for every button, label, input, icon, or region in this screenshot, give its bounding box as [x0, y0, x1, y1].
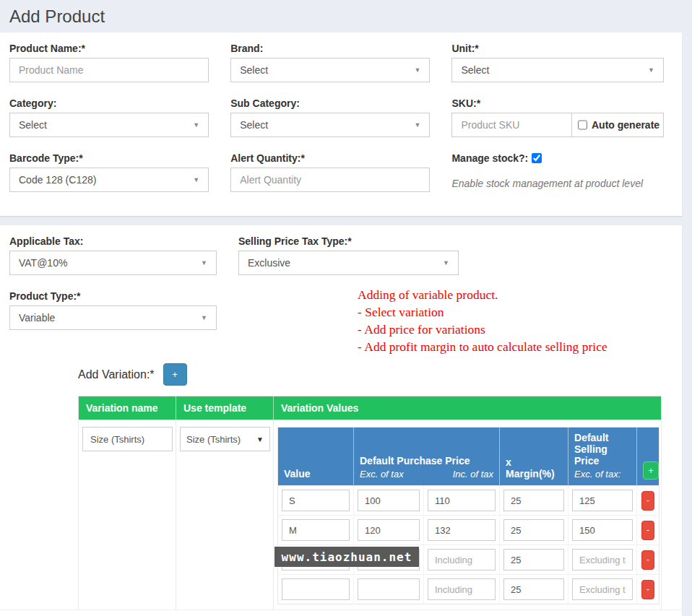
- selling-exc-input[interactable]: [572, 519, 633, 541]
- variation-name-header: Variation name: [79, 396, 176, 420]
- remove-row-button[interactable]: -: [641, 491, 654, 511]
- product-name-label: Product Name:*: [9, 43, 85, 54]
- category-select-value: Select: [19, 119, 47, 131]
- watermark: www.tiaozhuan.net: [274, 547, 419, 567]
- margin-input[interactable]: [503, 578, 564, 600]
- selling-price-column-header: Default Selling Price Exc. of tax:: [568, 428, 637, 486]
- add-variation-label: Add Variation:*: [78, 368, 155, 381]
- purchase-inc-input[interactable]: [428, 549, 496, 571]
- chevron-down-icon: ▼: [443, 259, 449, 266]
- margin-input[interactable]: [503, 490, 564, 511]
- annotation-line: - Add price for variations: [358, 321, 675, 338]
- manage-stock-label: Manage stock?:: [451, 152, 528, 164]
- purchase-inc-input[interactable]: [428, 490, 496, 511]
- variation-name-input[interactable]: [82, 427, 173, 451]
- purchase-inc-label: Inc. of tax: [453, 469, 493, 480]
- chevron-down-icon: ▼: [193, 121, 199, 129]
- add-variation-value-button[interactable]: +: [643, 461, 659, 480]
- selling-exc-input[interactable]: [572, 490, 633, 511]
- value-column-header: Value: [278, 428, 354, 486]
- selling-price-tax-type-label: Selling Price Tax Type:*: [238, 235, 352, 247]
- sub-category-select-value: Select: [240, 119, 268, 131]
- manage-stock-checkbox[interactable]: [532, 153, 542, 163]
- variation-value-row: -: [278, 486, 659, 516]
- barcode-type-label: Barcode Type:*: [9, 152, 83, 164]
- remove-row-button[interactable]: -: [641, 521, 654, 540]
- category-label: Category:: [9, 97, 56, 109]
- unit-select[interactable]: Select ▼: [451, 58, 664, 82]
- sub-category-label: Sub Category:: [230, 97, 300, 109]
- selling-price-tax-type-select[interactable]: Exclusive ▼: [238, 251, 459, 275]
- applicable-tax-select-value: VAT@10%: [19, 257, 67, 269]
- selling-price-tax-type-select-value: Exclusive: [248, 257, 290, 269]
- brand-select[interactable]: Select ▼: [230, 58, 430, 82]
- value-input[interactable]: [282, 490, 350, 511]
- annotation-line: Adding of variable product.: [358, 286, 675, 303]
- unit-label: Unit:*: [451, 43, 478, 54]
- selling-price-title: Default Selling Price: [574, 432, 631, 467]
- chevron-down-icon: ▼: [256, 435, 264, 443]
- remove-row-button[interactable]: -: [641, 580, 654, 599]
- barcode-type-select[interactable]: Code 128 (C128) ▼: [9, 168, 209, 192]
- alert-quantity-input[interactable]: [230, 168, 430, 192]
- alert-quantity-label: Alert Quantity:*: [230, 152, 305, 164]
- chevron-down-icon: ▼: [415, 121, 421, 129]
- purchase-exc-label: Exc. of tax: [360, 469, 404, 480]
- page-title: Add Product: [0, 0, 692, 32]
- auto-generate-checkbox[interactable]: [578, 120, 587, 130]
- variation-row: Size (Tshirts) ▼ Value: [79, 420, 662, 615]
- product-type-select[interactable]: Variable ▼: [9, 305, 217, 330]
- use-template-header: Use template: [176, 396, 274, 420]
- purchase-exc-input[interactable]: [358, 519, 420, 541]
- use-template-select-value: Size (Tshirts): [186, 434, 241, 445]
- annotation-line: - Add profit margin to auto calculate se…: [358, 338, 675, 355]
- variation-values-header: Variation Values: [274, 396, 662, 420]
- product-name-input[interactable]: [9, 58, 209, 82]
- variation-value-row: -: [278, 575, 659, 604]
- variation-table: Variation name Use template Variation Va…: [78, 396, 662, 615]
- annotation-note: Adding of variable product. - Select var…: [358, 286, 675, 355]
- chevron-down-icon: ▼: [648, 66, 654, 74]
- product-type-label: Product Type:*: [9, 290, 81, 302]
- margin-input[interactable]: [503, 549, 564, 571]
- value-input[interactable]: [282, 519, 350, 541]
- add-row-column-header: +: [637, 428, 659, 486]
- manage-stock-help: Enable stock management at product level: [451, 178, 664, 189]
- applicable-tax-label: Applicable Tax:: [9, 235, 83, 247]
- sku-label: SKU:*: [451, 97, 480, 109]
- brand-label: Brand:: [230, 43, 263, 54]
- annotation-line: - Select variation: [358, 303, 675, 321]
- unit-select-value: Select: [461, 64, 489, 76]
- sku-addon: Auto generate: [572, 113, 664, 137]
- chevron-down-icon: ▼: [193, 176, 199, 183]
- purchase-exc-input[interactable]: [358, 578, 420, 600]
- purchase-inc-input[interactable]: [428, 519, 496, 541]
- margin-column-header: x Margin(%): [500, 428, 568, 486]
- category-select[interactable]: Select ▼: [9, 113, 209, 137]
- auto-generate-label: Auto generate: [592, 119, 659, 131]
- purchase-price-column-header: Default Purchase Price Exc. of tax Inc. …: [354, 428, 500, 486]
- sub-category-select[interactable]: Select ▼: [230, 113, 430, 137]
- applicable-tax-select[interactable]: VAT@10% ▼: [9, 251, 217, 275]
- purchase-inc-input[interactable]: [428, 578, 496, 600]
- chevron-down-icon: ▼: [415, 66, 421, 74]
- product-type-select-value: Variable: [19, 312, 55, 324]
- selling-exc-input[interactable]: [572, 549, 633, 571]
- selling-exc-input[interactable]: [572, 578, 633, 600]
- selling-exc-label: Exc. of tax:: [574, 469, 631, 480]
- add-variation-button[interactable]: +: [163, 363, 187, 386]
- purchase-exc-input[interactable]: [358, 490, 420, 511]
- brand-select-value: Select: [240, 64, 268, 76]
- variation-value-row: -: [278, 516, 659, 545]
- sku-input[interactable]: [451, 113, 572, 137]
- purchase-price-title: Default Purchase Price: [360, 455, 493, 467]
- margin-input[interactable]: [503, 519, 564, 541]
- remove-row-button[interactable]: -: [641, 550, 654, 570]
- variation-values-table: Value Default Purchase Price Exc. of tax…: [277, 427, 659, 604]
- barcode-type-select-value: Code 128 (C128): [19, 174, 96, 186]
- use-template-select[interactable]: Size (Tshirts) ▼: [180, 427, 270, 451]
- product-info-card: Product Name:* Category: Select ▼ Barcod…: [0, 32, 682, 216]
- chevron-down-icon: ▼: [201, 259, 207, 266]
- next-card-peek: [0, 610, 682, 616]
- value-input[interactable]: [282, 578, 350, 600]
